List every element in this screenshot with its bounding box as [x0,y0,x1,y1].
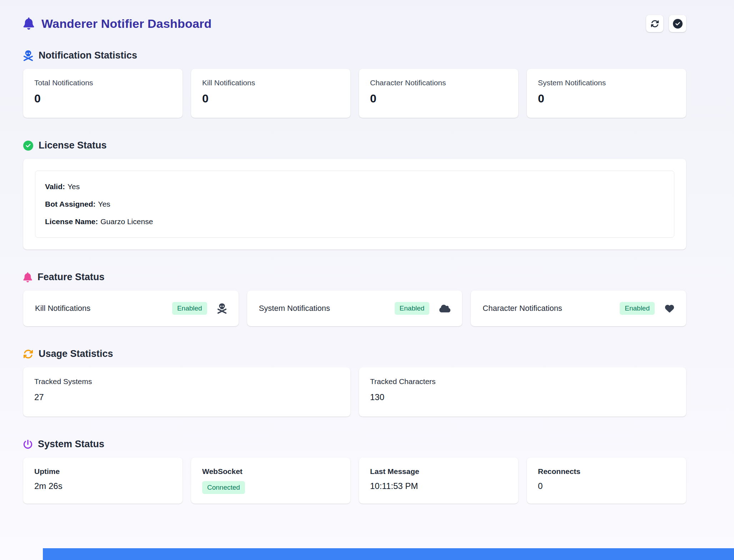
usage-value: 130 [370,392,675,402]
system-value: 0 [538,481,675,491]
system-label: Reconnects [538,467,675,476]
bottom-blue-bar [43,548,734,560]
license-field-valid: Valid:Yes [45,182,664,191]
system-value: 2m 26s [34,481,171,491]
sync-icon [23,349,33,359]
license-field-label: Bot Assigned: [45,200,96,208]
usage-label: Tracked Systems [34,377,339,386]
bell-icon [23,272,32,282]
feature-label: Kill Notifications [35,304,90,313]
section-title-system-status: System Status [23,439,686,450]
license-field-value: Guarzo License [100,217,153,226]
sync-icon [651,20,659,28]
heart-icon [665,304,674,313]
stat-label: Kill Notifications [202,79,339,87]
stat-value: 0 [538,92,675,105]
system-label: WebSocket [202,467,339,476]
stat-label: System Notifications [538,79,675,87]
usage-value: 27 [34,392,339,402]
license-details-box: Valid:Yes Bot Assigned:Yes License Name:… [35,171,674,238]
section-title-feature-status: Feature Status [23,272,686,283]
stat-label: Total Notifications [34,79,171,87]
license-field-value: Yes [68,182,80,191]
stat-card-kill-notifications: Kill Notifications 0 [191,69,350,118]
feature-card-system-notifications: System Notifications Enabled [247,291,463,326]
section-title-usage-statistics: Usage Statistics [23,348,686,359]
usage-label: Tracked Characters [370,377,675,386]
usage-stats-grid: Tracked Systems 27 Tracked Characters 13… [23,367,686,417]
feature-status-grid: Kill Notifications Enabled System Notifi… [23,291,686,326]
feature-status-group: Enabled [395,302,451,315]
license-field-value: Yes [98,200,110,208]
section-heading: System Status [38,439,104,450]
bell-icon [23,17,34,30]
section-heading: Usage Statistics [39,348,113,359]
system-card-reconnects: Reconnects 0 [527,458,686,504]
section-heading: Feature Status [38,272,105,283]
system-value: 10:11:53 PM [370,481,507,491]
section-title-license-status: License Status [23,140,686,151]
license-field-license-name: License Name:Guarzo License [45,217,664,226]
system-label: Last Message [370,467,507,476]
cloud-icon [439,304,450,313]
system-card-websocket: WebSocket Connected [191,458,350,504]
feature-label: System Notifications [259,304,330,313]
stat-card-total-notifications: Total Notifications 0 [23,69,183,118]
feature-card-kill-notifications: Kill Notifications Enabled [23,291,239,326]
enabled-badge: Enabled [620,302,655,315]
system-card-last-message: Last Message 10:11:53 PM [359,458,518,504]
header-actions [646,15,686,32]
skull-crossbones-icon [23,50,33,61]
system-label: Uptime [34,467,171,476]
enabled-badge: Enabled [395,302,430,315]
header-title-group: Wanderer Notifier Dashboard [23,17,211,31]
license-card: Valid:Yes Bot Assigned:Yes License Name:… [23,159,686,249]
stat-card-character-notifications: Character Notifications 0 [359,69,518,118]
page-title: Wanderer Notifier Dashboard [41,17,211,31]
stat-card-system-notifications: System Notifications 0 [527,69,686,118]
usage-card-tracked-characters: Tracked Characters 130 [359,367,686,417]
status-button[interactable] [669,15,686,32]
skull-crossbones-icon [217,303,227,314]
stat-value: 0 [370,92,507,105]
usage-card-tracked-systems: Tracked Systems 27 [23,367,350,417]
license-field-label: License Name: [45,217,98,226]
enabled-badge: Enabled [172,302,207,315]
notification-stats-grid: Total Notifications 0 Kill Notifications… [23,69,686,118]
dashboard-page: Wanderer Notifier Dashboard Notification… [0,0,734,504]
header: Wanderer Notifier Dashboard [23,15,686,32]
feature-status-group: Enabled [172,302,227,315]
stat-label: Character Notifications [370,79,507,87]
stat-value: 0 [202,92,339,105]
check-circle-icon [23,141,33,151]
feature-status-group: Enabled [620,302,674,315]
feature-card-character-notifications: Character Notifications Enabled [471,291,686,326]
section-title-notification-statistics: Notification Statistics [23,50,686,61]
connected-badge: Connected [202,481,245,494]
system-status-grid: Uptime 2m 26s WebSocket Connected Last M… [23,458,686,504]
power-icon [23,440,33,449]
check-circle-icon [673,19,683,29]
license-field-bot-assigned: Bot Assigned:Yes [45,200,664,208]
refresh-button[interactable] [646,15,663,32]
system-card-uptime: Uptime 2m 26s [23,458,183,504]
section-heading: Notification Statistics [39,50,137,61]
section-heading: License Status [39,140,107,151]
license-field-label: Valid: [45,182,65,191]
stat-value: 0 [34,92,171,105]
feature-label: Character Notifications [483,304,562,313]
